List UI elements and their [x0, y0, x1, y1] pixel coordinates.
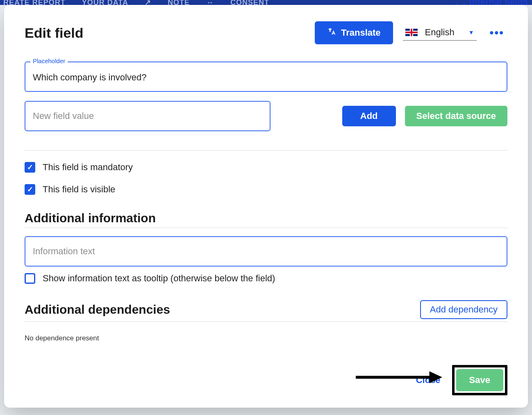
- more-menu-icon[interactable]: •••: [487, 26, 507, 39]
- placeholder-float-label: Placeholder: [30, 57, 68, 64]
- edit-field-modal: Edit field Translate English ▼ ••• Place…: [4, 5, 528, 408]
- translate-button[interactable]: Translate: [315, 21, 393, 44]
- tooltip-row: Show information text as tooltip (otherw…: [25, 273, 507, 284]
- new-value-row: Add Select data source: [25, 101, 507, 131]
- translate-label: Translate: [341, 27, 381, 38]
- mandatory-row: This field is mandatory: [25, 162, 507, 173]
- translate-icon: [327, 27, 336, 39]
- modal-header: Edit field Translate English ▼ •••: [25, 21, 507, 44]
- dependencies-heading-row: Additional dependencies Add dependency: [25, 300, 507, 322]
- mandatory-label: This field is mandatory: [43, 162, 133, 173]
- close-button[interactable]: Close: [416, 375, 441, 385]
- new-field-value-input[interactable]: [25, 101, 271, 131]
- modal-footer: Close Save: [25, 353, 507, 395]
- language-select[interactable]: English ▼: [403, 25, 477, 41]
- divider: [25, 150, 507, 150]
- bg-tab: ↗: [145, 0, 151, 5]
- background-nav: REATE REPORT YOUR DATA ↗ NOTE ↔ CONSENT: [0, 0, 532, 5]
- information-text-input[interactable]: [25, 236, 507, 267]
- language-label: English: [425, 27, 461, 38]
- additional-info-heading: Additional information: [25, 211, 507, 228]
- bg-tab: CONSENT: [230, 0, 269, 5]
- mandatory-checkbox[interactable]: [25, 162, 35, 173]
- chevron-down-icon: ▼: [468, 29, 474, 36]
- tooltip-checkbox[interactable]: [25, 273, 35, 284]
- add-dependency-button[interactable]: Add dependency: [420, 300, 507, 319]
- visible-label: This field is visible: [43, 184, 115, 195]
- placeholder-field-wrap: Placeholder: [25, 62, 507, 92]
- save-button[interactable]: Save: [456, 369, 503, 391]
- save-highlight-annotation: Save: [452, 365, 507, 395]
- background-right-link: ⛶Internal fields: [456, 0, 528, 4]
- dependencies-heading: Additional dependencies: [25, 303, 170, 317]
- bg-tab: NOTE: [168, 0, 190, 5]
- placeholder-input[interactable]: [25, 62, 507, 92]
- uk-flag-icon: [405, 29, 418, 36]
- modal-title: Edit field: [25, 25, 305, 41]
- bg-tab: REATE REPORT: [3, 0, 66, 5]
- tooltip-label: Show information text as tooltip (otherw…: [43, 273, 275, 284]
- visible-checkbox[interactable]: [25, 184, 35, 195]
- select-data-source-button[interactable]: Select data source: [405, 106, 507, 126]
- add-button[interactable]: Add: [342, 106, 396, 126]
- visible-row: This field is visible: [25, 184, 507, 195]
- bg-tab: YOUR DATA: [82, 0, 128, 5]
- no-dependence-text: No dependence present: [25, 334, 507, 342]
- bg-tab: ↔: [206, 0, 214, 5]
